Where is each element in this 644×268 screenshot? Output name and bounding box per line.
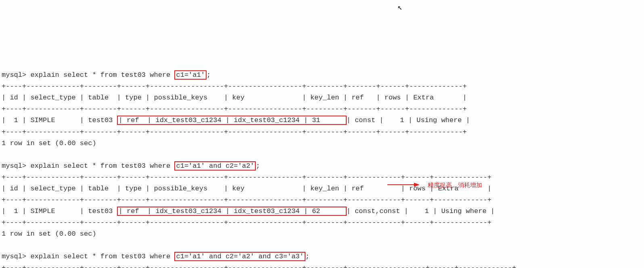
table-separator: +----+-------------+--------+------+----… [2,196,491,204]
sql-tail: ; [305,253,309,260]
cursor-icon: ↖ [397,1,402,14]
table-separator: +----+-------------+--------+------+----… [2,128,467,136]
table-header: | id | select_type | table | type | poss… [2,94,467,101]
where-clause-box: c1='a1' [174,70,206,80]
row-highlight-box: | ref | idx_test03_c1234 | idx_test03_c1… [117,116,347,125]
row-prefix: | 1 | SIMPLE | test03 [2,207,117,215]
result-footer: 1 row in set (0.00 sec) [2,230,96,238]
row-highlight-box: | ref | idx_test03_c1234 | idx_test03_c1… [117,207,347,216]
query-block-1: mysql> explain select * from test03 wher… [2,70,642,268]
row-suffix: | const | 1 | Using where | [347,116,470,124]
result-footer: 1 row in set (0.00 sec) [2,139,96,147]
annotation-arrow-icon [387,181,420,188]
where-clause-box: c1='a1' and c2='a2' and c3='a3' [174,252,305,261]
table-row: | 1 | SIMPLE | test03 | ref | idx_test03… [2,207,495,216]
sql-tail: ; [256,162,260,170]
svg-marker-1 [414,183,420,187]
table-separator: +----+-------------+--------+------+----… [2,82,467,90]
annotation-text: 精度提高，消耗增加 [428,180,482,190]
table-separator: +----+-------------+--------+------+----… [2,105,467,113]
row-suffix: | const,const | 1 | Using where | [347,207,495,215]
sql-prompt: mysql> explain select * from test03 wher… [2,253,174,260]
sql-tail: ; [207,71,211,79]
sql-prompt: mysql> explain select * from test03 wher… [2,71,174,79]
sql-prompt: mysql> explain select * from test03 wher… [2,162,174,170]
table-separator: +----+-------------+--------+------+----… [2,219,491,226]
table-row: | 1 | SIMPLE | test03 | ref | idx_test03… [2,116,470,125]
table-separator: +----+-------------+--------+------+----… [2,264,516,268]
table-separator: +----+-------------+--------+------+----… [2,173,491,181]
row-prefix: | 1 | SIMPLE | test03 [2,116,117,124]
where-clause-box: c1='a1' and c2='a2' [174,161,256,171]
